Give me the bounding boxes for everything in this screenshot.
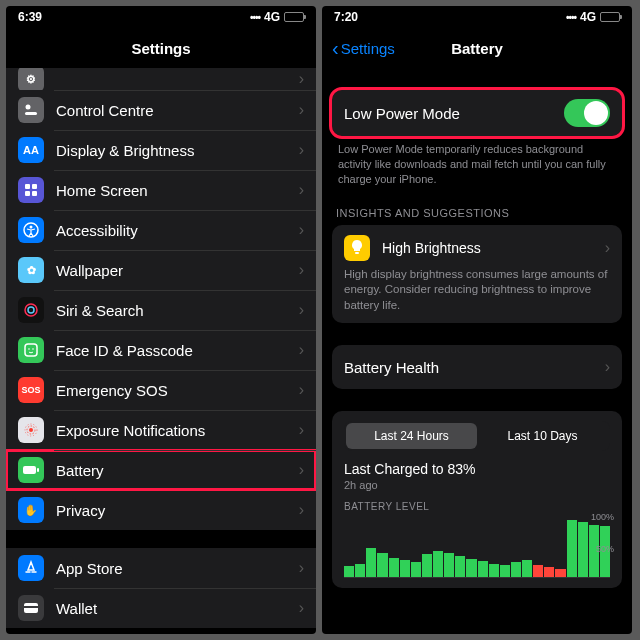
chart-bar [422,554,432,577]
chevron-right-icon: › [299,101,304,119]
settings-row-wallet[interactable]: Wallet › [6,588,316,628]
insights-header: INSIGHTS AND SUGGESTIONS [322,207,632,225]
settings-row-battery[interactable]: Battery › [6,450,316,490]
insight-high-brightness[interactable]: High Brightness › High display brightnes… [332,225,622,324]
settings-row-general-partial[interactable]: ⚙︎ › [6,68,316,90]
battery-content[interactable]: Low Power Mode Low Power Mode temporaril… [322,68,632,634]
svg-rect-16 [23,466,36,474]
chevron-left-icon: ‹ [332,37,339,60]
lpm-toggle[interactable] [564,99,610,127]
network-label: 4G [264,10,280,24]
clock: 7:20 [334,10,358,24]
seg-24h[interactable]: Last 24 Hours [346,423,477,449]
settings-row-sos[interactable]: SOS Emergency SOS › [6,370,316,410]
svg-point-0 [26,105,31,110]
last-charged-sub: 2h ago [344,479,610,491]
battery-health-row[interactable]: Battery Health › [332,345,622,389]
network-label: 4G [580,10,596,24]
toggles-icon [18,97,44,123]
settings-row-home-screen[interactable]: Home Screen › [6,170,316,210]
settings-row-control-centre[interactable]: Control Centre › [6,90,316,130]
chart-bar [400,560,410,577]
settings-row-wallpaper[interactable]: ✿ Wallpaper › [6,250,316,290]
row-label: Exposure Notifications [56,422,287,439]
battery-icon [600,12,620,22]
chart-bar [544,567,554,577]
chevron-right-icon: › [299,341,304,359]
svg-rect-2 [25,184,30,189]
row-label: Face ID & Passcode [56,342,287,359]
chevron-right-icon: › [299,381,304,399]
chart-bar [389,558,399,578]
settings-row-app-store[interactable]: App Store › [6,548,316,588]
battery-level-chart: 100% 50% [344,516,610,578]
hand-icon: ✋ [18,497,44,523]
chevron-right-icon: › [299,70,304,88]
text-size-icon: AA [18,137,44,163]
settings-list[interactable]: ⚙︎ › Control Centre › AA Display & Brigh… [6,68,316,634]
seg-10d[interactable]: Last 10 Days [477,423,608,449]
svg-point-7 [30,226,33,229]
svg-point-8 [25,304,37,316]
chart-bar [411,562,421,577]
chevron-right-icon: › [605,239,610,257]
svg-rect-4 [25,191,30,196]
chart-bar [344,566,354,577]
chart-bar [567,520,577,577]
chevron-right-icon: › [299,501,304,519]
svg-point-13 [29,428,33,432]
chevron-right-icon: › [299,421,304,439]
chevron-right-icon: › [299,181,304,199]
chart-bar [500,565,510,577]
chevron-right-icon: › [299,221,304,239]
battery-icon [284,12,304,22]
row-label: App Store [56,560,287,577]
chevron-right-icon: › [299,141,304,159]
lpm-description: Low Power Mode temporarily reduces backg… [322,136,632,187]
chart-bar [366,548,376,577]
chart-bar [489,564,499,577]
svg-point-12 [32,348,34,350]
battery-icon [18,457,44,483]
chart-bar [444,553,454,577]
row-label: Privacy [56,502,287,519]
last-charged-title: Last Charged to 83% [344,461,610,477]
chart-bar [377,553,387,577]
svg-rect-20 [355,252,359,254]
chart-bar [455,556,465,577]
svg-rect-10 [25,344,37,356]
settings-row-faceid[interactable]: Face ID & Passcode › [6,330,316,370]
low-power-mode-row[interactable]: Low Power Mode [332,90,622,136]
row-label: Home Screen [56,182,287,199]
svg-rect-3 [32,184,37,189]
settings-row-siri[interactable]: Siri & Search › [6,290,316,330]
row-label: Wallpaper [56,262,287,279]
settings-row-display[interactable]: AA Display & Brightness › [6,130,316,170]
grid-icon [18,177,44,203]
chart-bar [533,565,543,577]
settings-row-privacy[interactable]: ✋ Privacy › [6,490,316,530]
clock: 6:39 [18,10,42,24]
settings-row-exposure[interactable]: Exposure Notifications › [6,410,316,450]
chevron-right-icon: › [299,461,304,479]
lpm-label: Low Power Mode [344,105,552,122]
app-store-icon [18,555,44,581]
insight-text: High display brightness consumes large a… [344,267,610,314]
row-label: Siri & Search [56,302,287,319]
svg-rect-5 [32,191,37,196]
back-button[interactable]: ‹ Settings [332,37,395,60]
row-label: Battery [56,462,287,479]
time-range-segment[interactable]: Last 24 Hours Last 10 Days [344,421,610,451]
chart-bar [433,551,443,577]
row-label: Display & Brightness [56,142,287,159]
svg-point-9 [28,307,34,313]
row-label: Control Centre [56,102,287,119]
sos-icon: SOS [18,377,44,403]
signal-icon: •••• [566,12,576,23]
y-label-100: 100% [591,512,614,522]
siri-icon [18,297,44,323]
settings-row-accessibility[interactable]: Accessibility › [6,210,316,250]
exposure-icon [18,417,44,443]
svg-rect-1 [25,112,37,115]
chart-bar [522,560,532,577]
